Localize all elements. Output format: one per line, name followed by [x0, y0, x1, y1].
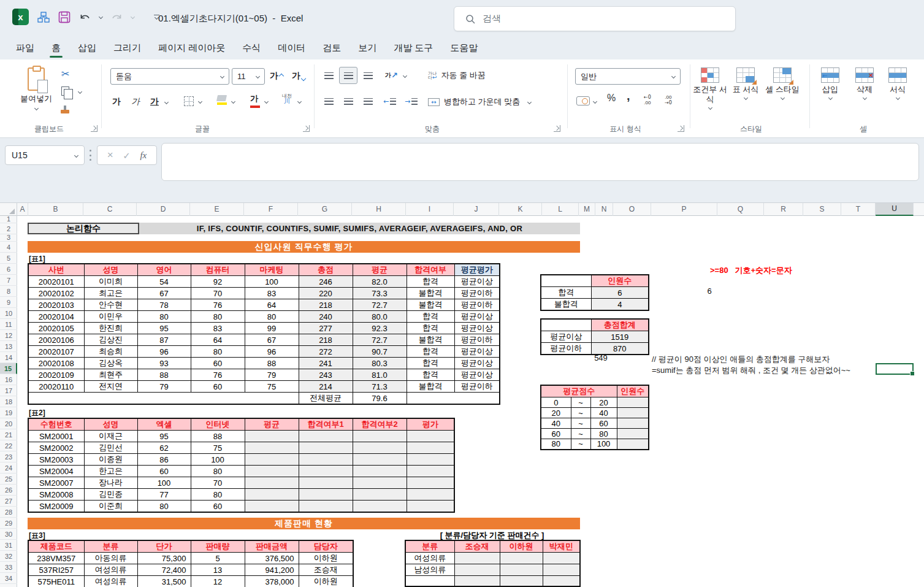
format-as-table-button[interactable]: 표 서식 — [728, 67, 763, 99]
cell[interactable]: 67 — [245, 334, 299, 346]
cell[interactable] — [353, 501, 407, 513]
cell[interactable]: 60 — [590, 418, 617, 429]
borders-button[interactable] — [184, 96, 194, 106]
cell[interactable] — [353, 489, 407, 501]
cell[interactable]: 240 — [299, 311, 353, 323]
cell[interactable]: 96 — [137, 346, 191, 358]
cell[interactable] — [407, 454, 454, 466]
cell[interactable]: 평균이하 — [454, 334, 500, 346]
increase-decimal-button[interactable]: ←0.00 — [644, 94, 651, 106]
cell[interactable]: 80 — [191, 311, 245, 323]
decrease-indent-button[interactable]: ← — [383, 98, 396, 106]
header-cell[interactable]: 인원수 — [591, 275, 649, 287]
cell[interactable]: 96 — [245, 346, 299, 358]
cell[interactable] — [28, 393, 299, 405]
cell[interactable] — [353, 477, 407, 489]
flowchart-icon[interactable] — [37, 12, 50, 23]
column-header[interactable]: I — [406, 203, 454, 216]
cell[interactable]: 김민선 — [84, 442, 137, 454]
accounting-dropdown-icon[interactable] — [593, 99, 597, 104]
cell-styles-button[interactable]: 셀 스타일 — [765, 67, 800, 99]
cell[interactable]: 합격 — [407, 276, 454, 288]
cell[interactable]: 87 — [137, 334, 191, 346]
comment-line1[interactable]: // 평균이 90점 이상인 애들의 총점합계를 구해보자 — [652, 354, 830, 365]
decrease-decimal-button[interactable]: .00→0 — [665, 94, 672, 106]
banner-product-sales[interactable]: 제품판매 현황 — [28, 518, 580, 529]
cell[interactable]: 100 — [590, 439, 617, 450]
excel-logo-icon[interactable]: x — [12, 9, 29, 25]
cell[interactable]: 20020110 — [28, 381, 84, 393]
number-format-select[interactable]: 일반 — [575, 68, 681, 85]
cell[interactable]: 전체평균 — [299, 393, 353, 405]
cell[interactable]: 80 — [245, 311, 299, 323]
font-color-button[interactable] — [250, 93, 260, 108]
cell[interactable]: 이미희 — [84, 276, 137, 288]
cell[interactable]: 60 — [137, 466, 191, 477]
cell[interactable]: 조승재 — [299, 564, 353, 576]
cell[interactable] — [617, 397, 649, 408]
cell[interactable] — [405, 576, 454, 586]
cell[interactable]: 이재근 — [84, 431, 137, 442]
fill-color-button[interactable] — [217, 95, 227, 105]
cell[interactable]: 77 — [137, 489, 191, 501]
font-color-dropdown-icon[interactable] — [264, 99, 269, 104]
ribbon-tab[interactable]: 파일 — [7, 37, 43, 59]
cell[interactable] — [245, 477, 299, 489]
cell[interactable]: 평균이상 — [541, 331, 591, 343]
cell[interactable]: 60 — [191, 501, 245, 513]
cell[interactable]: 불합격 — [407, 299, 454, 311]
header-cell[interactable]: 제품코드 — [28, 540, 84, 553]
cell[interactable]: 합격 — [407, 323, 454, 334]
column-header[interactable]: H — [352, 203, 406, 216]
cell[interactable]: 20 — [541, 408, 571, 418]
cell[interactable]: 941,200 — [245, 564, 299, 576]
column-header[interactable]: Q — [717, 203, 764, 216]
orientation-button[interactable]: ↗ — [385, 71, 398, 80]
font-dialog-launcher[interactable] — [303, 125, 310, 132]
column-header[interactable]: N — [595, 203, 613, 216]
cell[interactable]: 31,500 — [137, 576, 191, 587]
cell[interactable]: SM20007 — [28, 477, 84, 489]
cell[interactable]: 20020109 — [28, 369, 84, 381]
cell[interactable]: 218 — [299, 334, 353, 346]
cell[interactable]: 537RI257 — [28, 564, 84, 576]
cell[interactable]: 평균이상 — [454, 369, 500, 381]
cell[interactable] — [500, 576, 543, 586]
column-header[interactable]: B — [28, 203, 83, 216]
cell[interactable] — [299, 442, 353, 454]
cell[interactable] — [245, 431, 299, 442]
header-cell[interactable]: 조승재 — [454, 540, 500, 553]
free-value-6[interactable]: 6 — [702, 286, 717, 296]
cell[interactable]: 99 — [245, 323, 299, 334]
cell[interactable] — [407, 489, 454, 501]
cell[interactable] — [617, 418, 649, 429]
select-all-corner[interactable] — [0, 203, 17, 216]
cell[interactable]: 238VM357 — [28, 553, 84, 564]
cell[interactable]: 80 — [541, 439, 571, 450]
comma-style-button[interactable] — [627, 89, 630, 103]
ribbon-tab[interactable]: 데이터 — [269, 37, 314, 59]
cell[interactable]: 70 — [191, 477, 245, 489]
paste-button[interactable]: 붙여넣기 — [17, 66, 55, 121]
cell[interactable]: SM20002 — [28, 442, 84, 454]
cell[interactable]: 79 — [245, 369, 299, 381]
cell[interactable]: 평균이상 — [454, 276, 500, 288]
cell[interactable] — [299, 477, 353, 489]
cell[interactable]: 376,500 — [245, 553, 299, 564]
cell[interactable]: 241 — [299, 358, 353, 369]
header-cell[interactable]: 총점 — [299, 264, 353, 276]
cell[interactable]: 김민종 — [84, 489, 137, 501]
header-cell[interactable]: 평가 — [407, 418, 454, 431]
undo-icon[interactable] — [79, 12, 91, 22]
cell[interactable]: 0 — [541, 397, 571, 408]
active-cell-selection[interactable] — [876, 363, 914, 375]
header-cell[interactable]: 성명 — [84, 264, 137, 276]
cell[interactable] — [500, 564, 543, 576]
cell[interactable]: 71.3 — [353, 381, 407, 393]
cell[interactable]: 75 — [191, 442, 245, 454]
cell[interactable] — [407, 442, 454, 454]
header-cell[interactable]: 이하원 — [500, 540, 543, 553]
column-header[interactable]: P — [651, 203, 717, 216]
header-cell[interactable]: 마케팅 — [245, 264, 299, 276]
cell[interactable]: 75,300 — [137, 553, 191, 564]
